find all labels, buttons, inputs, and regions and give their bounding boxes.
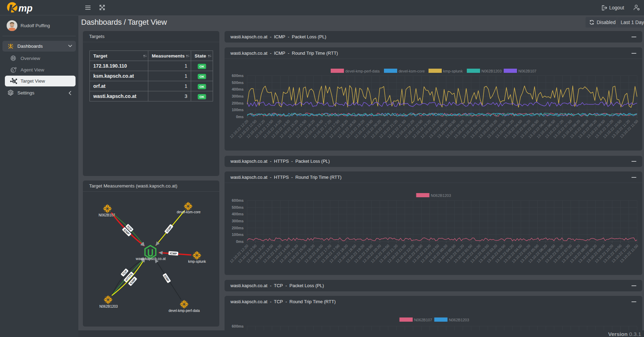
svg-text:N062B107: N062B107 xyxy=(414,318,432,322)
svg-text:N062B1203: N062B1203 xyxy=(481,69,502,73)
svg-text:500ms: 500ms xyxy=(232,81,244,85)
svg-text:0ms: 0ms xyxy=(236,239,244,244)
svg-text:600ms: 600ms xyxy=(232,324,244,328)
svg-text:400ms: 400ms xyxy=(232,212,244,216)
svg-text:100ms: 100ms xyxy=(232,108,244,112)
svg-text:devel-ksm-core: devel-ksm-core xyxy=(399,69,425,73)
svg-text:100ms: 100ms xyxy=(232,232,244,237)
svg-text:mp: mp xyxy=(18,3,33,14)
svg-text:200ms: 200ms xyxy=(232,226,244,230)
svg-text:N062B1203: N062B1203 xyxy=(431,193,451,198)
svg-text:300ms: 300ms xyxy=(232,219,244,223)
svg-text:N062B1203: N062B1203 xyxy=(449,318,469,322)
svg-text:devel-ksm-core: devel-ksm-core xyxy=(177,210,201,214)
svg-text:200ms: 200ms xyxy=(232,101,244,105)
svg-text:400ms: 400ms xyxy=(232,87,244,91)
svg-text:300ms: 300ms xyxy=(232,94,244,98)
svg-text:600ms: 600ms xyxy=(232,198,244,202)
svg-text:N062B1203: N062B1203 xyxy=(100,305,118,308)
svg-text:500ms: 500ms xyxy=(232,205,244,209)
svg-text:600ms: 600ms xyxy=(232,74,244,78)
svg-text:ICMP: ICMP xyxy=(170,252,177,255)
svg-text:N062B107: N062B107 xyxy=(518,69,536,73)
svg-text:devel-kmp-perf-data: devel-kmp-perf-data xyxy=(168,309,200,313)
svg-text:0ms: 0ms xyxy=(236,115,244,119)
svg-text:devel-kmp-perf-data: devel-kmp-perf-data xyxy=(345,69,380,73)
svg-text:wasti.kapsch.co.at: wasti.kapsch.co.at xyxy=(135,256,166,261)
svg-text:kmp-splunk: kmp-splunk xyxy=(443,69,463,73)
svg-text:N062B107: N062B107 xyxy=(99,213,115,217)
svg-text:kmp-splunk: kmp-splunk xyxy=(188,260,206,263)
